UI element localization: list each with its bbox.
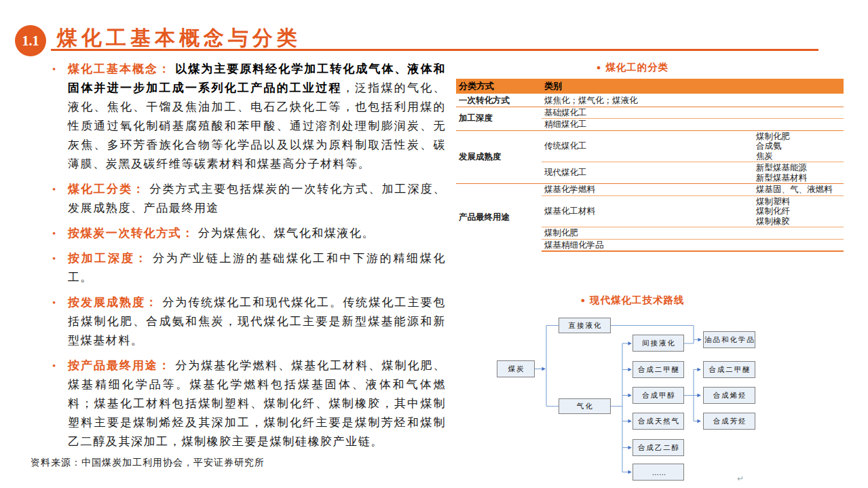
bullet-lead: 按煤炭一次转化方式： bbox=[68, 227, 198, 240]
flow-node-olefins: 合成烯烃 bbox=[703, 387, 755, 404]
paragraph-return-mark: ↵ bbox=[737, 474, 744, 483]
classification-table-title-text: 煤化工的分类 bbox=[605, 62, 668, 73]
table-cell-category: 煤焦化；煤气化；煤液化 bbox=[542, 94, 753, 107]
table-row: 产品最终用途煤基化学燃料煤基固、气、液燃料 bbox=[456, 184, 844, 196]
flow-node-direct-liquefaction: 直接液化 bbox=[559, 318, 611, 333]
flow-node-aromatics: 合成芳烃 bbox=[703, 413, 755, 430]
bullet-item: •按加工深度： 分为产业链上游的基础煤化工和中下游的精细煤化工。 bbox=[46, 249, 446, 287]
table-cell-detail bbox=[753, 239, 844, 251]
bullet-text: 煤化工分类： 分类方式主要包括煤炭的一次转化方式、加工深度、发展成熟度、产品最终… bbox=[68, 180, 446, 218]
bullet-text: 按加工深度： 分为产业链上游的基础煤化工和中下游的精细煤化工。 bbox=[68, 249, 446, 287]
table-cell-detail bbox=[753, 119, 844, 131]
table-cell-detail: 煤基固、气、液燃料 bbox=[753, 184, 844, 196]
bullet-body: 分为煤焦化、煤气化和煤液化。 bbox=[198, 227, 375, 240]
table-header-empty bbox=[753, 79, 844, 94]
flowchart-title: ●现代煤化工技术路线 bbox=[456, 294, 809, 307]
bullet-text: 按产品最终用途： 分为煤基化学燃料、煤基化工材料、煤制化肥、煤基精细化学品等。煤… bbox=[68, 356, 446, 451]
table-cell-detail bbox=[753, 227, 844, 240]
flow-node-more: …… bbox=[633, 464, 684, 481]
table-cell-category: 精细煤化工 bbox=[542, 119, 753, 131]
table-header-row: 分类方式 类别 bbox=[456, 79, 844, 94]
bullet-lead: 按发展成熟度： bbox=[68, 296, 162, 309]
bullet-body: ，泛指煤的气化、液化、焦化、干馏及焦油加工、电石乙炔化工等，也包括利用煤的性质通… bbox=[68, 81, 446, 170]
table-cell-category: 煤基化工材料 bbox=[542, 195, 753, 227]
bullet-item: •煤化工基本概念： 以煤为主要原料经化学加工转化成气体、液体和固体并进一步加工成… bbox=[46, 60, 446, 174]
section-number-badge: 1.1 bbox=[15, 25, 46, 56]
table-cell-detail bbox=[753, 107, 844, 119]
table-row: 加工深度基础煤化工 bbox=[456, 107, 844, 119]
table-row: 发展成熟度传统煤化工煤制化肥合成氨焦炭 bbox=[456, 130, 844, 162]
table-header-category: 类别 bbox=[542, 79, 753, 94]
flow-node-dme-mid: 合成二甲醚 bbox=[633, 361, 684, 378]
bullet-marker-icon: • bbox=[46, 224, 68, 243]
classification-table-block: ●煤化工的分类 分类方式 类别 一次转化方式煤焦化；煤气化；煤液化加工深度基础煤… bbox=[456, 61, 844, 252]
classification-table-title: ●煤化工的分类 bbox=[456, 61, 809, 74]
table-cell-category: 现代煤化工 bbox=[542, 162, 753, 184]
flow-node-sng: 合成天然气 bbox=[633, 413, 684, 430]
table-cell-method: 一次转化方式 bbox=[456, 94, 542, 107]
bullet-item: •按煤炭一次转化方式： 分为煤焦化、煤气化和煤液化。 bbox=[46, 224, 446, 243]
flow-node-methanol: 合成甲醇 bbox=[633, 387, 684, 404]
title-underline bbox=[51, 49, 818, 51]
slide: 1.1 煤化工基本概念与分类 •煤化工基本概念： 以煤为主要原料经化学加工转化成… bbox=[0, 0, 868, 488]
bullet-list: •煤化工基本概念： 以煤为主要原料经化学加工转化成气体、液体和固体并进一步加工成… bbox=[46, 60, 446, 457]
bullet-icon: ● bbox=[597, 63, 602, 71]
table-cell-category: 传统煤化工 bbox=[542, 130, 753, 162]
bullet-lead: 煤化工基本概念： bbox=[68, 62, 175, 75]
table-cell-category: 煤基精细化学品 bbox=[542, 239, 753, 251]
bullet-item: •按发展成熟度： 分为传统煤化工和现代煤化工。传统煤化工主要包括煤制化肥、合成氨… bbox=[46, 293, 446, 350]
section-number: 1.1 bbox=[22, 33, 39, 49]
bullet-text: 按发展成熟度： 分为传统煤化工和现代煤化工。传统煤化工主要包括煤制化肥、合成氨和… bbox=[68, 293, 446, 350]
table-cell-method: 产品最终用途 bbox=[456, 184, 542, 252]
bullet-item: •按产品最终用途： 分为煤基化学燃料、煤基化工材料、煤制化肥、煤基精细化学品等。… bbox=[46, 356, 446, 451]
table-cell-category: 煤基化学燃料 bbox=[542, 184, 753, 196]
flow-node-dme-right: 合成二甲醚 bbox=[703, 361, 755, 378]
bullet-lead: 煤化工分类： bbox=[68, 183, 149, 195]
flow-node-coal: 煤炭 bbox=[497, 360, 535, 377]
source-note: 资料来源：中国煤炭加工利用协会，平安证券研究所 bbox=[31, 457, 265, 469]
flowchart: ↵ 煤炭直接液化气化间接液化合成二甲醚合成甲醇合成天然气合成乙二醇……油品和化学… bbox=[456, 307, 843, 487]
table-cell-detail: 煤制塑料煤制化纤煤制橡胶 bbox=[753, 195, 844, 227]
flow-node-meg: 合成乙二醇 bbox=[633, 439, 684, 456]
table-cell-category: 煤制化肥 bbox=[542, 227, 753, 240]
table-cell-method: 发展成熟度 bbox=[456, 130, 542, 184]
table-row: 一次转化方式煤焦化；煤气化；煤液化 bbox=[456, 94, 844, 107]
bullet-marker-icon: • bbox=[46, 293, 68, 350]
table-cell-detail bbox=[753, 94, 844, 107]
bullet-text: 按煤炭一次转化方式： 分为煤焦化、煤气化和煤液化。 bbox=[68, 224, 446, 243]
bullet-marker-icon: • bbox=[46, 180, 68, 218]
flow-node-indirect-liquefaction: 间接液化 bbox=[633, 335, 684, 352]
bullet-icon: ● bbox=[580, 296, 586, 304]
bullet-marker-icon: • bbox=[46, 249, 68, 287]
classification-table: 分类方式 类别 一次转化方式煤焦化；煤气化；煤液化加工深度基础煤化工精细煤化工发… bbox=[456, 79, 844, 252]
table-header-method: 分类方式 bbox=[456, 79, 542, 94]
flow-node-gasification: 气化 bbox=[559, 398, 611, 414]
bullet-item: •煤化工分类： 分类方式主要包括煤炭的一次转化方式、加工深度、发展成熟度、产品最… bbox=[46, 180, 446, 218]
table-cell-detail: 新型煤基能源新型煤基材料 bbox=[753, 162, 844, 184]
bullet-body: 分为煤基化学燃料、煤基化工材料、煤制化肥、煤基精细化学品等。煤基化学燃料包括煤基… bbox=[68, 359, 446, 448]
bullet-marker-icon: • bbox=[46, 60, 68, 174]
bullet-marker-icon: • bbox=[46, 356, 68, 451]
bullet-text: 煤化工基本概念： 以煤为主要原料经化学加工转化成气体、液体和固体并进一步加工成一… bbox=[68, 60, 446, 174]
table-body: 一次转化方式煤焦化；煤气化；煤液化加工深度基础煤化工精细煤化工发展成熟度传统煤化… bbox=[456, 94, 844, 251]
bullet-lead: 按产品最终用途： bbox=[68, 359, 175, 372]
flowchart-title-text: 现代煤化工技术路线 bbox=[590, 295, 685, 305]
page-title: 煤化工基本概念与分类 bbox=[57, 24, 301, 52]
bullet-lead: 按加工深度： bbox=[68, 252, 153, 265]
flow-node-oil-chemicals: 油品和化学品 bbox=[703, 331, 755, 348]
table-cell-method: 加工深度 bbox=[456, 107, 542, 130]
table-cell-category: 基础煤化工 bbox=[542, 107, 753, 119]
table-cell-detail: 煤制化肥合成氨焦炭 bbox=[753, 130, 844, 162]
